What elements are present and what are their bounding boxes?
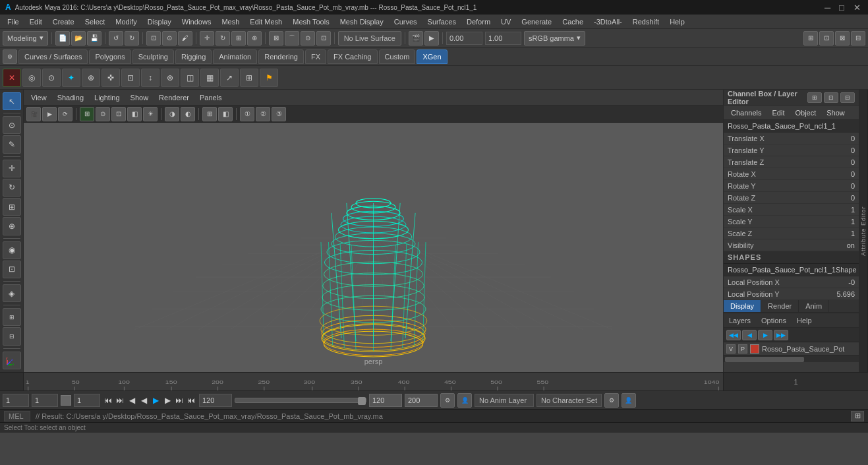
vp-renderer-menu[interactable]: Renderer [154,92,194,103]
vp-cam-btn[interactable]: 🎥 [26,107,41,121]
char-set-dropdown[interactable]: No Character Set [536,394,602,407]
layers-next2[interactable]: ▶▶ [774,330,788,340]
last-tool-btn[interactable]: ◈ [3,284,21,302]
menu-cache[interactable]: Cache [558,16,588,27]
shelf-icon-add-modifier[interactable]: ⊕ [82,69,100,87]
layers-prev2[interactable]: ◀ [742,330,757,340]
cb-rotate-y[interactable]: Rotate Y 0 [724,180,859,192]
layers-menu[interactable]: Layers [724,315,756,326]
shelf-tab-curves[interactable]: Curves / Surfaces [18,49,88,64]
step-fwd-btn[interactable]: ▶ [162,395,173,406]
vp-view-menu[interactable]: View [26,92,51,103]
vp-smooth-btn[interactable]: ⊙ [96,107,110,121]
play-back-btn[interactable]: ◀ [138,395,149,406]
cb-channels-menu[interactable]: Channels [726,108,766,118]
snap-point[interactable]: ⊙ [301,31,315,46]
quick-layout-1[interactable]: ⊞ [3,308,21,326]
menu-surfaces[interactable]: Surfaces [423,16,461,27]
shelf-tab-rigging[interactable]: Rigging [175,49,212,64]
shelf-tab-polygons[interactable]: Polygons [89,49,130,64]
vp-grid-btn[interactable]: ⊞ [202,107,217,121]
menu-create[interactable]: Create [48,16,79,27]
cb-object-menu[interactable]: Object [790,108,821,118]
layers-prev1[interactable]: ◀◀ [726,330,741,340]
layers-options[interactable]: Options [756,315,792,326]
cb-rotate-z[interactable]: Rotate Z 0 [724,192,859,204]
timeline-track[interactable]: 1 50 100 150 200 250 300 [24,373,723,390]
workspace-dropdown[interactable]: Modeling ▾ [3,31,48,46]
menu-redshift[interactable]: Redshift [628,16,664,27]
no-live-surface[interactable]: No Live Surface [338,31,401,46]
layer-visibility[interactable]: V [726,344,736,354]
attr-tab-display[interactable]: Display [724,300,761,312]
layer-lock[interactable]: P [738,344,747,354]
shelf-icon-tool8[interactable]: ⊛ [161,69,179,87]
translate-x-input[interactable] [446,32,482,45]
render-seq-btn[interactable]: ▶ [424,31,439,46]
shelf-icon-create-hair[interactable]: ◎ [22,69,41,87]
close-button[interactable]: ✕ [854,3,863,12]
anim-layer-dropdown[interactable]: No Anim Layer [475,394,534,407]
cb-local-pos-y[interactable]: Local Position Y 5.696 [724,288,859,300]
menu-select[interactable]: Select [80,16,110,27]
bb-char-btn[interactable]: 👤 [622,393,636,408]
cb-btn2[interactable]: ⊡ [824,92,838,103]
layers-help[interactable]: Help [792,315,817,326]
menu-deform[interactable]: Deform [462,16,495,27]
vp-hud-btn[interactable]: ◧ [218,107,233,121]
ui-toggle-1[interactable]: ⊞ [803,31,818,46]
shelf-tab-fxcaching[interactable]: FX Caching [328,49,377,64]
open-scene-btn[interactable]: 📂 [71,31,86,46]
vp-iso2[interactable]: ② [256,107,270,121]
soft-mod-btn[interactable]: ◉ [3,241,21,259]
current-frame-left[interactable] [3,394,29,407]
range-slider-thumb[interactable] [358,397,366,405]
vp-lighting-menu[interactable]: Lighting [90,92,125,103]
status-right-btn[interactable]: ⊞ [851,411,864,421]
vp-panels-menu[interactable]: Panels [195,92,227,103]
shelf-icon-x[interactable]: ✕ [3,69,21,87]
cb-rotate-x[interactable]: Rotate X 0 [724,168,859,180]
lasso-select-btn[interactable]: ⊙ [3,116,21,134]
scale-tool-btn[interactable]: ⊞ [3,198,21,216]
shelf-settings[interactable]: ⚙ [3,49,17,64]
next-key-btn[interactable]: ⏭ [174,395,185,406]
cb-translate-y[interactable]: Translate Y 0 [724,144,859,156]
paint-select-btn[interactable]: ✎ [3,135,21,153]
vp-shading-menu[interactable]: Shading [53,92,88,103]
shelf-icon-tool12[interactable]: ⊞ [240,69,258,87]
shelf-icon-tool5[interactable]: ✜ [101,69,120,87]
menu-mesh[interactable]: Mesh [217,16,244,27]
shelf-icon-tool6[interactable]: ⊡ [121,69,140,87]
menu-generate[interactable]: Generate [517,16,556,27]
paint-tool[interactable]: 🖌 [178,31,192,46]
menu-help[interactable]: Help [665,16,689,27]
vp-shadow-btn[interactable]: ◑ [165,107,179,121]
menu-mesh-display[interactable]: Mesh Display [335,16,388,27]
shelf-tab-xgen[interactable]: XGen [417,49,447,64]
cb-scale-x[interactable]: Scale X 1 [724,204,859,216]
range-display[interactable] [74,394,100,407]
ui-toggle-3[interactable]: ⊠ [835,31,850,46]
cb-local-pos-x[interactable]: Local Position X -0 [724,276,859,288]
go-end-btn[interactable]: ⏮ [186,395,196,406]
char-set-btn[interactable]: 👤 [457,393,472,408]
layers-next1[interactable]: ▶ [758,330,772,340]
vp-loop-btn[interactable]: ⟳ [58,107,72,121]
snap-view[interactable]: ⊡ [316,31,331,46]
ui-toggle-2[interactable]: ⊡ [819,31,834,46]
shelf-icon-tool10[interactable]: ▦ [200,69,219,87]
cb-scale-z[interactable]: Scale Z 1 [724,228,859,239]
menu-mesh-tools[interactable]: Mesh Tools [288,16,333,27]
prev-key-btn[interactable]: ⏭ [115,395,125,406]
go-start-btn[interactable]: ⏮ [103,395,113,406]
select-tool[interactable]: ⊡ [146,31,161,46]
rotate-tool-btn[interactable]: ↻ [3,179,21,197]
step-back-btn[interactable]: ◀ [127,395,137,406]
menu-uv[interactable]: UV [496,16,515,27]
vp-ao-btn[interactable]: ◐ [181,107,195,121]
cb-translate-z[interactable]: Translate Z 0 [724,156,859,168]
playback-max[interactable] [369,394,402,407]
undo-btn[interactable]: ↺ [109,31,123,46]
move-tool-btn[interactable]: ✛ [3,160,21,177]
